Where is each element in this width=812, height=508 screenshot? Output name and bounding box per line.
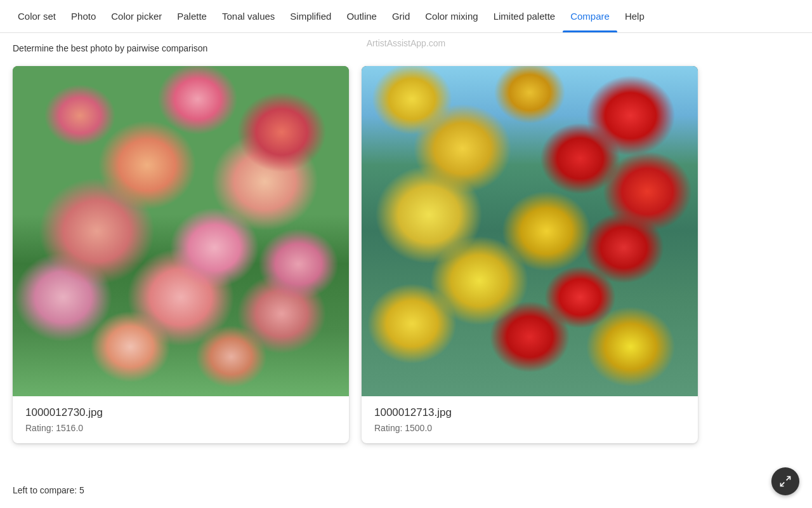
card-right-info: 1000012713.jpg Rating: 1500.0 [362, 396, 698, 443]
card-left-info: 1000012730.jpg Rating: 1516.0 [13, 396, 349, 443]
nav-item-color-mixing[interactable]: Color mixing [417, 0, 485, 32]
nav-item-color-set[interactable]: Color set [10, 0, 63, 32]
nav-item-help[interactable]: Help [617, 0, 652, 32]
nav-item-limited-palette[interactable]: Limited palette [486, 0, 563, 32]
nav-item-grid[interactable]: Grid [384, 0, 417, 32]
card-left[interactable]: 1000012730.jpg Rating: 1516.0 [13, 66, 349, 443]
left-to-compare: Left to compare: 5 [13, 485, 84, 495]
nav-item-photo[interactable]: Photo [63, 0, 103, 32]
fullscreen-icon [779, 475, 792, 488]
card-left-image [13, 66, 349, 396]
nav-item-tonal-values[interactable]: Tonal values [214, 0, 282, 32]
card-right[interactable]: 1000012713.jpg Rating: 1500.0 [362, 66, 698, 443]
cards-container: 1000012730.jpg Rating: 1516.0 1000012713… [13, 66, 799, 443]
fullscreen-button[interactable] [771, 467, 799, 495]
nav-item-simplified[interactable]: Simplified [282, 0, 339, 32]
page-content: Determine the best photo by pairwise com… [0, 33, 812, 453]
fullscreen-svg [779, 475, 792, 488]
page-description: Determine the best photo by pairwise com… [13, 43, 799, 53]
card-right-filename: 1000012713.jpg [374, 406, 685, 419]
svg-line-0 [787, 477, 790, 481]
card-left-rating: Rating: 1516.0 [25, 423, 336, 433]
main-navigation: Color set Photo Color picker Palette Ton… [0, 0, 812, 33]
svg-line-1 [781, 483, 785, 486]
nav-item-color-picker[interactable]: Color picker [103, 0, 169, 32]
nav-item-compare[interactable]: Compare [563, 0, 617, 32]
card-right-image [362, 66, 698, 396]
card-right-rating: Rating: 1500.0 [374, 423, 685, 433]
card-left-filename: 1000012730.jpg [25, 406, 336, 419]
nav-item-palette[interactable]: Palette [169, 0, 214, 32]
nav-item-outline[interactable]: Outline [339, 0, 384, 32]
